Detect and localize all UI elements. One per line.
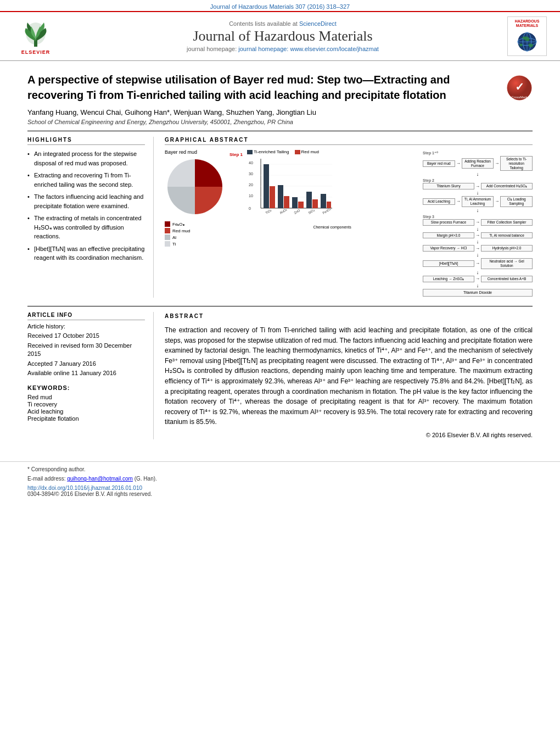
doi-link[interactable]: http://dx.doi.org/10.1016/j.jhazmat.2016… (27, 485, 142, 491)
svg-text:Al₂O₃: Al₂O₃ (279, 208, 288, 215)
copyright-line: © 2016 Elsevier B.V. All rights reserved… (165, 431, 533, 440)
graphical-abstract-content: Bayer red mud (165, 149, 533, 298)
doi-line: http://dx.doi.org/10.1016/j.jhazmat.2016… (27, 485, 533, 491)
flow-row-5: Margin pH>3.0 → Ti, Al removal balance (423, 232, 533, 239)
flow-box-7b: Neutralize acid → Gel Solution (481, 258, 533, 269)
highlights-graphical-section: HIGHLIGHTS An integrated process for the… (27, 131, 533, 298)
flow-step0: Step 1⁺⁰ (423, 151, 533, 155)
svg-rect-30 (321, 194, 326, 208)
journal-citation: Journal of Hazardous Materials 307 (2016… (0, 0, 560, 11)
flow-arrow-down-7: ↓ (423, 270, 533, 275)
svg-rect-27 (298, 202, 304, 208)
bar-legend-text-tailing: Ti-enriched Tailing (254, 149, 289, 154)
abstract-column: ABSTRACT The extraction and recovery of … (165, 312, 533, 439)
bar-chart-xlabel: Chemical components (247, 225, 417, 229)
flow-arrow-5: → (495, 199, 499, 204)
svg-text:ZnO: ZnO (294, 209, 301, 215)
journal-center: Contents lists available at ScienceDirec… (66, 20, 500, 52)
svg-text:CrossMark: CrossMark (511, 96, 528, 99)
graphical-abstract-column: GRAPHICAL ABSTRACT Bayer red mud (165, 137, 533, 298)
flow-row-7: [Hbet][Tf₂N] → Neutralize acid → Gel Sol… (423, 258, 533, 269)
flow-row-8: Leaching → ZnSO₄ → Concentrated tubes A+… (423, 276, 533, 282)
flow-arrow-8: → (475, 246, 480, 251)
legend-color-3 (165, 235, 170, 240)
svg-rect-25 (284, 196, 289, 208)
legend-label-3: Al (172, 235, 176, 240)
svg-rect-28 (306, 192, 312, 208)
keywords-label: Keywords: (27, 384, 145, 392)
flow-box-8b: Concentrated tubes A+B (481, 276, 533, 282)
legend-item-2: Red mud (165, 228, 225, 233)
flow-arrow-down-3: ↓ (423, 208, 533, 213)
bar-chart-area: Ti-enriched Tailing Red mud (247, 149, 417, 229)
flow-box-7a: [Hbet][Tf₂N] (423, 260, 474, 267)
received-revised-date: Received in revised form 30 December 201… (27, 342, 145, 359)
flow-arrow-down-6: ↓ (423, 253, 533, 258)
flow-box-3b: Ti, Al Ammonium Leaching (462, 196, 494, 207)
flow-box-5b: Ti, Al removal balance (481, 232, 533, 239)
svg-text:10: 10 (249, 194, 253, 198)
article-info-title: ARTICLE INFO (27, 312, 145, 320)
legend-item-1: Fe₂O₃ (165, 221, 225, 227)
flow-box-6b: Hydrolysis pH>2.0 (481, 245, 533, 252)
article-history-block: Article history: Received 17 October 201… (27, 322, 145, 377)
flow-arrow-1: → (456, 161, 461, 166)
bar-legend-text-redmud: Red mud (301, 149, 319, 154)
svg-text:30: 30 (249, 172, 253, 176)
flow-box-8a: Leaching → ZnSO₄ (423, 276, 474, 282)
article-info-column: ARTICLE INFO Article history: Received 1… (27, 312, 154, 439)
flow-box-1c: Selects to Ti-resolution Tailoring (500, 156, 533, 171)
article-title-section: A perspective of stepwise utilisation of… (27, 66, 533, 103)
flow-box-2a: Titanium Slurry (423, 183, 474, 189)
bar-legend: Ti-enriched Tailing Red mud (247, 149, 417, 154)
flow-box-2b: Add Concentrated H₂SO₄ (481, 183, 533, 189)
svg-text:20: 20 (249, 183, 253, 187)
journal-header: ELSEVIER Contents lists available at Sci… (0, 11, 560, 61)
keywords-block: Keywords: Red mud Ti recovery Acid leach… (27, 384, 145, 421)
article-title: A perspective of stepwise utilisation of… (27, 72, 498, 103)
hazmat-logo-text: HAZARDOUS MATERIALS (510, 19, 544, 29)
flow-box-3a: Acid Leaching (423, 198, 455, 205)
hazmat-logo-container: HAZARDOUS MATERIALS (505, 16, 549, 56)
svg-text:SiO₂: SiO₂ (308, 208, 316, 215)
legend-item-4: Ti (165, 241, 225, 247)
journal-citation-link[interactable]: Journal of Hazardous Materials 307 (2016… (210, 3, 350, 10)
highlights-column: HIGHLIGHTS An integrated process for the… (27, 137, 154, 298)
journal-title: Journal of Hazardous Materials (66, 28, 500, 44)
email-link[interactable]: guihong-han@hotmail.com (67, 476, 133, 482)
sciencedirect-link: Contents lists available at ScienceDirec… (66, 20, 500, 27)
legend-color-1 (165, 221, 170, 227)
corresponding-note: * Corresponding author. (27, 466, 533, 472)
flow-step2: Step 2 (423, 178, 533, 182)
abstract-title: ABSTRACT (165, 312, 533, 322)
flow-arrow-down-4: ↓ (423, 227, 533, 232)
svg-rect-29 (312, 199, 318, 208)
flow-row-4: Slow process Furnace → Filter Collection… (423, 219, 533, 226)
abstract-text: The extraction and recovery of Ti from T… (165, 325, 533, 427)
flow-row-3: Acid Leaching → Ti, Al Ammonium Leaching… (423, 196, 533, 207)
flow-arrow-down-8: ↓ (423, 283, 533, 288)
available-date: Available online 11 January 2016 (27, 369, 145, 377)
flow-box-3c: Cl₂ Loading Sampling (500, 196, 533, 207)
flow-arrow-down-1: ↓ (423, 172, 533, 177)
flow-arrow-3: → (475, 184, 480, 189)
elsevier-tree-icon (19, 18, 52, 48)
issn-line: 0304-3894/© 2016 Elsevier B.V. All right… (27, 491, 533, 497)
keyword-3: Acid leaching (27, 408, 145, 415)
flow-box-4b: Filter Collection Sampler (481, 219, 533, 226)
homepage-anchor[interactable]: journal homepage: www.elsevier.com/locat… (238, 46, 379, 52)
email-person: (G. Han). (135, 476, 157, 482)
crossmark-logo: ✓ CrossMark (506, 75, 533, 101)
graphical-abstract-title: GRAPHICAL ABSTRACT (165, 137, 533, 145)
svg-text:TiO₂: TiO₂ (265, 208, 273, 214)
flow-box-4a: Slow process Furnace (423, 219, 474, 226)
crossmark-icon: ✓ CrossMark (506, 75, 533, 101)
svg-text:✓: ✓ (515, 81, 524, 93)
flow-arrow-6: → (475, 220, 480, 225)
legend-label-1: Fe₂O₃ (172, 222, 184, 227)
keyword-2: Ti recovery (27, 401, 145, 408)
svg-text:40: 40 (249, 161, 253, 165)
sciencedirect-anchor[interactable]: ScienceDirect (299, 20, 337, 27)
bar-chart-svg: 0 10 20 30 40 (247, 156, 335, 222)
legend-item-3: Al (165, 235, 225, 240)
